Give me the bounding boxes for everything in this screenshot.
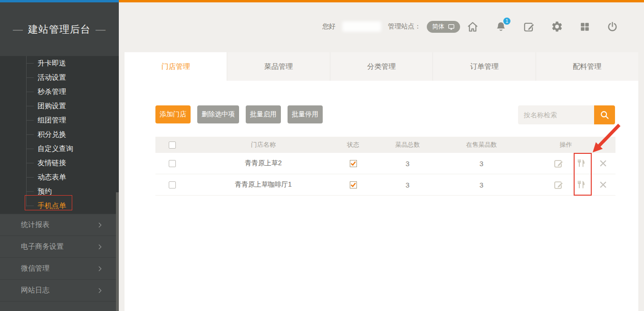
tab-label: 门店管理 [162, 62, 190, 71]
sidebar-item-card-gift[interactable]: 升卡即送 [0, 56, 119, 70]
fork-knife-dishes-icon[interactable] [576, 158, 586, 169]
tab-order-management[interactable]: 订单管理 [433, 52, 535, 81]
store-name: 青青原上草咖啡厅1 [189, 180, 338, 189]
sidebar-item-points-exchange[interactable]: 积分兑换 [0, 127, 119, 141]
sidebar: — 建站管理后台 — 升卡即送 活动设置 秒杀管理 团购设置 组团管理 积分兑换… [0, 2, 119, 311]
sidebar-item-activity-settings[interactable]: 活动设置 [0, 70, 119, 85]
add-store-button[interactable]: 添加门店 [155, 105, 191, 123]
store-name: 青青原上草2 [189, 159, 338, 168]
row-select-cell [155, 160, 189, 167]
edit-icon[interactable] [553, 179, 564, 190]
search-box [518, 105, 615, 124]
tree-tick [26, 120, 34, 121]
row-checkbox[interactable] [169, 160, 176, 167]
section-label: 网站日志 [21, 286, 49, 295]
status-cell [338, 181, 368, 188]
search-input[interactable] [518, 105, 594, 124]
onsale-dishes-value: 3 [447, 160, 516, 168]
toolbar: 添加门店 删除选中项 批量启用 批量停用 [155, 105, 323, 123]
delete-selected-button[interactable]: 删除选中项 [197, 105, 239, 123]
tree-tick [26, 163, 34, 163]
chevron-right-icon [96, 243, 104, 251]
greeting-label: 您好 [322, 22, 336, 31]
title-dash-left: — [13, 24, 23, 35]
col-total-dishes: 菜品总数 [368, 141, 447, 149]
power-logout-icon[interactable] [606, 21, 618, 33]
grid-apps-icon[interactable] [579, 21, 591, 33]
title-dash-right: — [96, 24, 106, 35]
topbar-orange-strip [119, 0, 644, 2]
table-row: 青青原上草2 3 3 [155, 153, 615, 174]
tab-store-management[interactable]: 门店管理 [125, 52, 227, 81]
language-label: 简体 [432, 22, 444, 31]
batch-enable-button[interactable]: 批量启用 [246, 105, 281, 123]
sidebar-item-statistics-reports[interactable]: 统计报表 [0, 214, 119, 236]
bell-icon[interactable]: 1 [495, 20, 507, 33]
tab-label: 配料管理 [573, 62, 601, 71]
operations-cell [516, 179, 615, 190]
sidebar-item-friendly-links[interactable]: 友情链接 [0, 156, 119, 170]
home-icon[interactable] [466, 20, 479, 33]
search-icon [599, 110, 610, 120]
status-checkbox-checked[interactable] [350, 160, 357, 167]
section-label: 电子商务设置 [21, 242, 64, 251]
sidebar-item-seckill[interactable]: 秒杀管理 [0, 85, 119, 99]
sidebar-item-label: 友情链接 [38, 159, 66, 168]
sidebar-item-label: 秒杀管理 [38, 87, 66, 96]
language-site-pill[interactable]: 简体 [427, 21, 460, 33]
sidebar-item-label: 团购设置 [38, 102, 66, 111]
sidebar-scrollbar[interactable] [116, 192, 119, 311]
sidebar-title: — 建站管理后台 — [0, 2, 119, 56]
sidebar-sections: 统计报表 电子商务设置 微信管理 网站日志 [0, 214, 119, 311]
site-label: 管理站点： [388, 22, 421, 31]
table-header-row: 门店名称 状态 菜品总数 在售菜品数 操作 [155, 137, 615, 153]
tab-category-management[interactable]: 分类管理 [330, 52, 433, 81]
sidebar-item-groupbuy-settings[interactable]: 团购设置 [0, 99, 119, 113]
batch-disable-button[interactable]: 批量停用 [288, 105, 323, 123]
edit-icon[interactable] [523, 20, 535, 33]
tree-tick [26, 177, 34, 178]
fork-knife-dishes-icon[interactable] [576, 179, 586, 190]
tree-tick [26, 77, 34, 78]
sidebar-item-site-logs[interactable]: 网站日志 [0, 280, 119, 302]
select-all-checkbox[interactable] [169, 141, 176, 149]
col-store-name: 门店名称 [189, 141, 338, 149]
header-icon-bar: 1 [466, 19, 618, 34]
store-table: 门店名称 状态 菜品总数 在售菜品数 操作 青青原上草2 3 3 青青原上草咖啡… [155, 137, 615, 196]
sidebar-item-label: 升卡即送 [38, 59, 66, 68]
tab-label: 分类管理 [367, 62, 396, 71]
tab-bar: 门店管理 菜品管理 分类管理 订单管理 配料管理 [125, 52, 638, 81]
sidebar-item-wechat-management[interactable]: 微信管理 [0, 258, 119, 280]
sidebar-item-mobile-ordering[interactable]: 手机点单 [0, 198, 119, 213]
col-onsale-dishes: 在售菜品数 [447, 141, 516, 149]
sidebar-item-dynamic-forms[interactable]: 动态表单 [0, 170, 119, 184]
delete-x-icon[interactable] [599, 180, 607, 189]
monitor-icon [448, 23, 455, 30]
sidebar-item-custom-query[interactable]: 自定义查询 [0, 141, 119, 156]
tab-dish-management[interactable]: 菜品管理 [227, 52, 329, 81]
status-checkbox-checked[interactable] [350, 181, 357, 188]
chevron-right-icon [96, 221, 104, 229]
app-title: 建站管理后台 [28, 23, 91, 36]
delete-x-icon[interactable] [599, 159, 607, 168]
search-button[interactable] [594, 105, 615, 124]
tab-ingredient-management[interactable]: 配料管理 [536, 52, 638, 81]
sidebar-item-group-management[interactable]: 组团管理 [0, 113, 119, 127]
total-dishes-value: 3 [368, 181, 447, 189]
sidebar-item-reservation[interactable]: 预约 [0, 184, 119, 198]
sidebar-submenu: 升卡即送 活动设置 秒杀管理 团购设置 组团管理 积分兑换 自定义查询 友情链接… [0, 56, 119, 216]
content-panel: 门店管理 菜品管理 分类管理 订单管理 配料管理 添加门店 删除选中项 批量启用… [125, 52, 638, 311]
section-label: 微信管理 [21, 264, 49, 273]
tree-tick [26, 92, 34, 92]
row-checkbox[interactable] [169, 181, 176, 188]
sidebar-item-label: 预约 [38, 187, 52, 196]
tab-label: 菜品管理 [264, 62, 293, 71]
table-row: 青青原上草咖啡厅1 3 3 [155, 174, 615, 196]
sidebar-item-label: 手机点单 [38, 201, 66, 210]
redacted-username [342, 21, 381, 32]
tree-tick [26, 149, 34, 149]
row-select-cell [155, 181, 189, 188]
edit-icon[interactable] [553, 158, 564, 169]
sidebar-item-ecommerce-settings[interactable]: 电子商务设置 [0, 236, 119, 258]
gear-icon[interactable] [551, 20, 563, 33]
